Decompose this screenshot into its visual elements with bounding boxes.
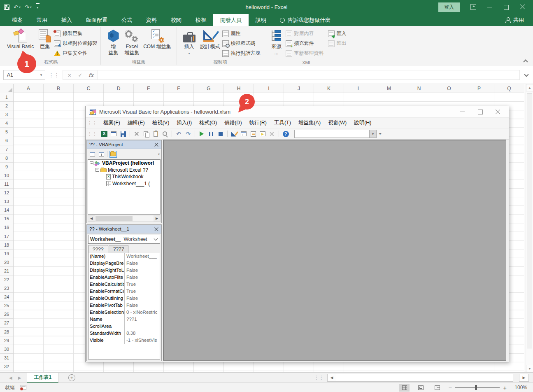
property-value[interactable]: [125, 323, 160, 330]
property-row[interactable]: EnableSelection0 - xlNoRestric: [88, 309, 160, 316]
row-header[interactable]: 5: [0, 128, 13, 136]
column-header[interactable]: J: [284, 84, 314, 93]
redo-button[interactable]: ↷▾: [25, 5, 32, 10]
row-header[interactable]: 17: [0, 232, 13, 241]
ribbon-tab[interactable]: 檔案: [5, 14, 30, 26]
select-all-corner[interactable]: [0, 84, 14, 93]
vba-toolbar-combobox[interactable]: ▾: [294, 130, 377, 138]
enter-entry-button[interactable]: ✓: [75, 72, 85, 78]
property-value[interactable]: 8.38: [125, 330, 160, 337]
property-row[interactable]: EnablePivotTabFalse: [88, 302, 160, 309]
maximize-button[interactable]: [503, 4, 509, 10]
property-value[interactable]: False: [125, 267, 160, 274]
vba-toolbar-find-button[interactable]: [161, 130, 169, 138]
ribbon-tab[interactable]: 資料: [139, 14, 164, 26]
scroll-left-icon[interactable]: ◀: [88, 215, 95, 222]
property-value[interactable]: False: [125, 274, 160, 281]
column-header[interactable]: C: [74, 84, 104, 93]
vba-toolbar-copy-button[interactable]: [142, 130, 150, 138]
tree-expander-icon[interactable]: [90, 161, 93, 165]
property-value[interactable]: ???1: [125, 316, 160, 323]
vba-toolbar-object-browser-button[interactable]: [258, 130, 267, 138]
vba-menu-item[interactable]: 增益集(A): [295, 118, 324, 128]
vba-titlebar[interactable]: Microsoft Visual Basic for Applications …: [86, 106, 509, 118]
row-header[interactable]: 3: [0, 110, 13, 119]
ribbon-tab[interactable]: 公式: [114, 14, 139, 26]
vba-close-button[interactable]: [495, 109, 500, 114]
combobox-caret-icon[interactable]: ▾: [369, 130, 376, 138]
horizontal-scrollbar[interactable]: ◀: [327, 373, 513, 382]
property-value[interactable]: False: [125, 295, 160, 302]
vba-toolbar-project-explorer-button[interactable]: [240, 130, 248, 138]
previous-sheet-icon[interactable]: ◀: [9, 376, 12, 380]
property-value[interactable]: 0 - xlNoRestric: [125, 309, 160, 316]
hscroll-left-icon[interactable]: ◀: [327, 374, 336, 382]
column-header[interactable]: K: [314, 84, 344, 93]
column-header[interactable]: N: [404, 84, 434, 93]
vba-menu-item[interactable]: 插入(I): [173, 118, 196, 128]
relative-references-button[interactable]: 以相對位置錄製: [54, 39, 97, 48]
horizontal-scroll-thumb[interactable]: [95, 216, 133, 221]
row-header[interactable]: 9: [0, 163, 13, 171]
row-header[interactable]: 1: [0, 93, 13, 102]
vba-toolbar-paste-button[interactable]: [151, 130, 160, 138]
vba-menu-item[interactable]: 視窗(W): [324, 118, 350, 128]
property-value[interactable]: -1 - xlSheetVis: [125, 337, 160, 344]
ribbon-tab[interactable]: 開發人員: [213, 14, 249, 26]
row-header[interactable]: 27: [0, 319, 13, 327]
row-header[interactable]: 11: [0, 180, 13, 189]
properties-header[interactable]: ?? - Worksheet__1: [87, 225, 161, 233]
column-header[interactable]: O: [434, 84, 464, 93]
property-value[interactable]: True: [125, 281, 160, 288]
property-row[interactable]: EnableOutliningFalse: [88, 295, 160, 302]
property-row[interactable]: Visible-1 - xlSheetVis: [88, 337, 160, 344]
macros-button[interactable]: 巨集: [36, 27, 54, 51]
vba-toolbar-redo-button[interactable]: ↷: [184, 130, 192, 138]
vba-toolbar-cut-button[interactable]: [133, 130, 141, 138]
vba-menu-item[interactable]: 工具(T): [270, 118, 295, 128]
zoom-slider-thumb[interactable]: [475, 385, 477, 390]
addins-button[interactable]: 增益集: [104, 27, 122, 58]
vba-menu-item[interactable]: 偵錯(D): [221, 118, 245, 128]
column-header[interactable]: L: [344, 84, 374, 93]
hscroll-right-icon[interactable]: ▶: [519, 374, 529, 382]
run-dialog-button[interactable]: 執行對話方塊: [222, 49, 261, 58]
property-value[interactable]: True: [125, 288, 160, 295]
customize-qat-button[interactable]: ▾: [36, 5, 40, 9]
property-row[interactable]: DisplayPageBreaFalse: [88, 260, 160, 267]
import-button[interactable]: 匯入: [328, 29, 347, 38]
macro-recording-icon[interactable]: [21, 385, 26, 390]
zoom-in-button[interactable]: +: [503, 385, 507, 391]
row-header[interactable]: 12: [0, 189, 13, 197]
sign-in-button[interactable]: 登入: [438, 2, 460, 12]
project-tree-item[interactable]: VBAProject (helloworl: [88, 160, 160, 167]
view-code-toolbar-button[interactable]: [88, 151, 96, 158]
project-tree-item[interactable]: Worksheet___1 (: [88, 180, 160, 187]
save-button[interactable]: [4, 5, 9, 10]
insert-control-button[interactable]: 插入▾: [180, 27, 198, 58]
column-header[interactable]: E: [134, 84, 164, 93]
project-explorer-header[interactable]: ?? - VBAProject: [87, 140, 161, 149]
zoom-slider[interactable]: [455, 387, 500, 388]
property-row[interactable]: (Name)Worksheet___: [88, 253, 160, 260]
property-value[interactable]: Worksheet___: [125, 253, 160, 260]
next-sheet-icon[interactable]: ▶: [18, 376, 21, 380]
vba-toolbar-properties-window-button[interactable]: [249, 130, 257, 138]
vba-toolbar-pause-button[interactable]: [207, 130, 215, 138]
project-tree-item[interactable]: Microsoft Excel ??: [88, 167, 160, 174]
row-header[interactable]: 28: [0, 328, 13, 336]
macro-security-button[interactable]: 巨集安全性: [54, 49, 97, 58]
vba-toolbar-save-button[interactable]: [119, 130, 127, 138]
row-header[interactable]: 32: [0, 362, 13, 371]
properties-tab-categorized[interactable]: ????: [109, 245, 129, 253]
tree-expander-icon[interactable]: [95, 168, 99, 172]
expansion-packs-button[interactable]: 擴充套件: [286, 39, 324, 48]
column-header[interactable]: B: [44, 84, 74, 93]
ribbon-tab[interactable]: 校閱: [164, 14, 189, 26]
row-header[interactable]: 25: [0, 301, 13, 310]
column-header[interactable]: M: [374, 84, 404, 93]
vertical-scroll-thumb[interactable]: [527, 93, 532, 348]
formula-input[interactable]: [98, 70, 520, 80]
ribbon-tab[interactable]: 版面配置: [79, 14, 114, 26]
vba-toolbar-help-button[interactable]: ?: [282, 130, 290, 138]
